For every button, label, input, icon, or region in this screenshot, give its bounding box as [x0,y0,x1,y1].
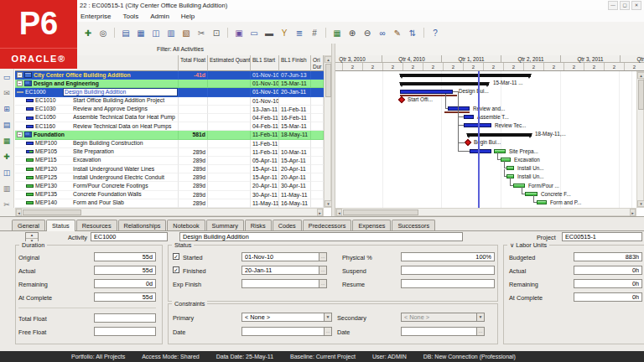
browse-icon[interactable]: … [324,328,331,335]
details-tab[interactable]: Successors [392,220,435,230]
expand-collapse-icon[interactable]: − [17,132,23,137]
gantt-element[interactable]: Assemble T... [477,114,509,121]
table-row[interactable]: − Foundation 581d 11-Feb-11 18-May-11 [15,131,324,139]
table-row[interactable]: EC1050 Assemble Technical Data for Heat … [15,114,324,122]
wbs-icon[interactable]: ▦ [134,26,148,39]
gantt-element[interactable] [504,176,506,177]
cut-icon[interactable]: ✂ [195,26,208,39]
details-tab[interactable]: Expenses [352,220,391,230]
scroll-thumb[interactable] [638,80,644,110]
gantt-timescale[interactable]: Qtr 3, 2010Qtr 4, 2010Qtr 1, 2011Qtr 2, … [335,55,644,71]
table-row[interactable]: MEP115 Excavation 289d 05-Apr-11 15-Apr-… [15,157,324,165]
gantt-element[interactable] [478,71,480,208]
gantt-element[interactable] [448,106,470,111]
remaining-duration-field[interactable]: 0d [94,279,156,288]
gantt-element[interactable] [465,139,471,146]
gantt-element[interactable] [464,115,474,119]
gantt-element[interactable] [513,184,525,188]
details-tab[interactable]: General [12,220,45,230]
table-row[interactable]: MEP130 Form/Pour Concrete Footings 289d … [15,182,324,190]
scroll-left-icon[interactable]: ◂ [16,209,22,216]
table-row[interactable]: EC1010 Start Office Building Addition Pr… [15,97,324,106]
table-row[interactable]: MEP140 Form and Pour Slab 289d 11-May-11… [15,199,324,208]
gantt-element[interactable] [445,94,446,108]
help-icon[interactable]: ? [428,26,442,39]
gantt-element[interactable]: Form/Pour ... [528,183,559,189]
gantt-element[interactable] [533,202,537,203]
layout-icon[interactable]: ▣ [232,26,246,39]
table-row[interactable]: MEP125 Install Underground Electric Cond… [15,173,324,182]
table-row[interactable]: EC1000 Design Building Addition 01-Nov-1… [15,88,324,96]
table-row[interactable]: EC1030 Review and Approve Designs 13-Jan… [15,106,324,114]
gantt-element[interactable]: Excavation [514,157,540,163]
actual-duration-field[interactable]: 55d [94,266,156,275]
table-row[interactable]: − City Center Office Building Addition -… [15,71,324,80]
gantt-element[interactable] [510,185,513,186]
gantt-element[interactable] [537,200,547,204]
gantt-element[interactable] [522,194,525,194]
menu-item[interactable]: Tools [122,13,138,20]
gantt-element[interactable]: Site Prepa... [509,148,538,155]
activity-name-field[interactable]: Design Building Addition [179,232,463,241]
relationships-icon[interactable]: ∞ [376,26,389,39]
add-icon[interactable]: ✚ [81,26,95,39]
menu-item[interactable]: Admin [150,13,169,20]
remaining-units-field[interactable]: 0h [574,279,642,288]
scroll-down-icon[interactable]: ▾ [637,200,644,207]
sort-icon[interactable]: ⇅ [406,26,419,39]
gantt-element[interactable] [459,125,464,126]
browse-icon[interactable]: … [319,266,326,274]
zoom-in-icon[interactable]: ⊕ [345,26,359,39]
exp-finish-field[interactable]: … [242,279,327,288]
details-tab[interactable]: Resources [76,220,117,230]
browse-icon[interactable]: … [319,253,326,261]
gantt-element[interactable] [504,168,506,168]
scroll-left-icon[interactable]: ◂ [336,209,342,216]
gantt-element[interactable] [501,158,511,162]
gantt-element[interactable]: Concrete F... [541,191,571,198]
column-header-bl1-start[interactable]: BL1 Start [251,55,279,71]
scroll-thumb[interactable] [325,64,331,97]
table-row[interactable]: − Design and Engineering 01-Nov-10 15-Ma… [15,80,324,88]
budgeted-units-field[interactable]: 883h [574,252,642,261]
gantt-element[interactable]: Review Tec... [495,122,526,129]
browse-icon[interactable]: … [476,328,484,335]
details-tab[interactable]: Relationships [118,220,167,230]
gantt-element[interactable] [400,74,531,77]
activity-id-field[interactable]: EC1000 [91,232,168,241]
at-complete-duration-field[interactable]: 55d [94,292,156,302]
scroll-thumb[interactable] [343,209,418,215]
expand-collapse-icon[interactable]: − [17,72,23,78]
physical-percent-field[interactable]: 100% [401,252,495,261]
gantt-element[interactable] [445,108,448,109]
project-id-field[interactable]: EC00515-1 [562,232,642,241]
resources-icon[interactable]: ▥ [164,26,178,39]
gantt-element[interactable] [459,116,464,117]
table-row[interactable]: MEP105 Site Preparation 289d 11-Feb-11 1… [15,148,324,157]
table-horizontal-scrollbar[interactable]: ◂ ▸ [15,208,324,216]
gantt-element[interactable]: Install Un... [517,173,544,180]
menu-item[interactable]: Help [181,13,195,20]
close-icon[interactable]: ✕ [631,1,641,10]
total-float-field[interactable] [94,313,156,323]
zoom-out-icon[interactable]: ⊖ [361,26,374,39]
original-duration-field[interactable]: 55d [94,252,156,261]
columns-icon[interactable]: # [308,26,321,39]
rows-icon[interactable]: ▥ [2,184,13,194]
gantt-element[interactable] [525,192,538,196]
layouts-icon[interactable]: ▭ [2,72,13,83]
group-sort-icon[interactable]: ≣ [293,26,306,39]
gantt-horizontal-scrollbar[interactable]: ◂ ▸ [335,208,636,216]
free-float-field[interactable] [94,327,156,336]
dropdown-arrow-icon[interactable]: ▼ [324,313,331,321]
gantt-element[interactable] [459,142,465,143]
gantt-element[interactable] [400,82,489,85]
expand-collapse-icon[interactable]: − [17,80,23,86]
primary-constraint-date-field[interactable]: … [242,327,332,336]
scroll-right-icon[interactable]: ▸ [317,209,323,216]
split-icon[interactable]: ◫ [2,168,13,178]
columns-icon[interactable]: ▤ [2,120,13,131]
gantt-vertical-scrollbar[interactable]: ▴ ▾ [636,71,644,208]
resume-field[interactable] [401,279,495,288]
table-vertical-scrollbar[interactable]: ▴ ▾ [324,55,331,208]
